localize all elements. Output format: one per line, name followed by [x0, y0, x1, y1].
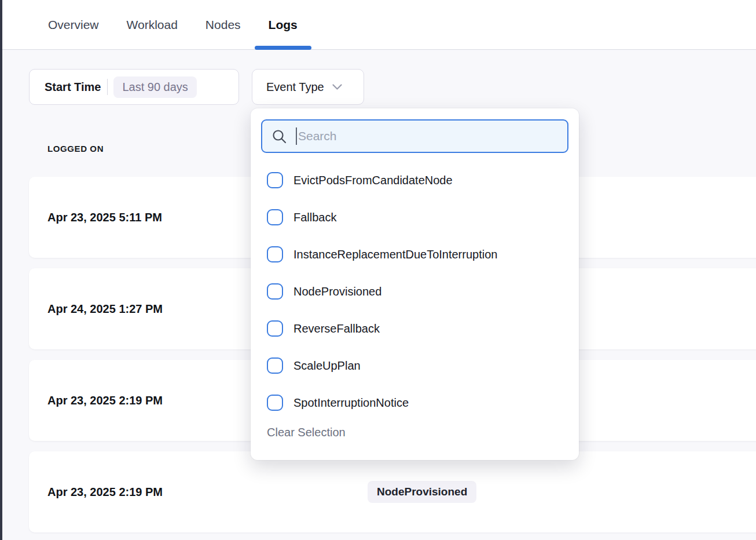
option-label: EvictPodsFromCandidateNode	[293, 174, 453, 187]
search-input[interactable]: Search	[261, 119, 568, 153]
option-label: NodeProvisioned	[293, 285, 381, 298]
checkbox-unchecked[interactable]	[267, 209, 283, 225]
active-tab-indicator	[255, 46, 311, 50]
tab-logs-label: Logs	[269, 18, 298, 32]
checkbox-unchecked[interactable]	[267, 357, 283, 374]
logged-on-value: Apr 23, 2025 2:19 PM	[47, 486, 163, 499]
option-label: InstanceReplacementDueToInterruption	[293, 248, 497, 261]
event-type-label: Event Type	[266, 81, 324, 94]
text-cursor	[296, 127, 297, 145]
search-icon	[271, 129, 287, 144]
event-type-badge: NodeProvisioned	[368, 481, 476, 503]
tab-workload[interactable]: Workload	[127, 0, 178, 49]
logged-on-value: Apr 23, 2025 5:11 PM	[47, 211, 162, 224]
tab-nodes[interactable]: Nodes	[205, 0, 241, 49]
table-row[interactable]: Apr 23, 2025 2:19 PM NodeProvisioned	[29, 451, 756, 532]
tab-overview[interactable]: Overview	[48, 0, 99, 49]
checkbox-unchecked[interactable]	[267, 395, 283, 411]
option-reversefallback[interactable]: ReverseFallback	[251, 310, 579, 347]
checkbox-unchecked[interactable]	[267, 172, 283, 188]
option-instancereplacementduetointerruption[interactable]: InstanceReplacementDueToInterruption	[251, 236, 579, 273]
checkbox-unchecked[interactable]	[267, 320, 283, 337]
option-fallback[interactable]: Fallback	[251, 199, 579, 236]
option-scaleupplan[interactable]: ScaleUpPlan	[251, 347, 579, 384]
event-type-dropdown: Search EvictPodsFromCandidateNode Fallba…	[251, 108, 579, 460]
chevron-down-icon	[332, 84, 342, 90]
event-type-option-list: EvictPodsFromCandidateNode Fallback Inst…	[251, 162, 579, 421]
option-label: SpotInterruptionNotice	[293, 396, 409, 410]
logs-page: Overview Workload Nodes Logs Start Time …	[0, 0, 756, 540]
option-spotinterruptionnotice[interactable]: SpotInterruptionNotice	[251, 384, 579, 421]
tab-bar: Overview Workload Nodes Logs	[0, 0, 756, 50]
column-header-logged-on: LOGGED ON	[47, 144, 104, 154]
window-left-edge	[0, 0, 2, 540]
option-nodeprovisioned[interactable]: NodeProvisioned	[251, 273, 579, 310]
filter-divider	[107, 79, 108, 95]
start-time-filter-button[interactable]: Start Time Last 90 days	[29, 69, 239, 105]
start-time-label: Start Time	[45, 81, 101, 94]
logged-on-value: Apr 23, 2025 2:19 PM	[47, 394, 163, 407]
start-time-value-chip: Last 90 days	[113, 76, 196, 98]
checkbox-unchecked[interactable]	[267, 246, 283, 262]
checkbox-unchecked[interactable]	[267, 283, 283, 300]
option-label: ScaleUpPlan	[293, 359, 361, 373]
tab-logs[interactable]: Logs	[269, 0, 298, 49]
option-label: ReverseFallback	[293, 322, 380, 335]
logged-on-value: Apr 24, 2025 1:27 PM	[47, 302, 163, 316]
option-label: Fallback	[293, 211, 336, 224]
search-placeholder: Search	[298, 129, 337, 143]
event-type-filter-button[interactable]: Event Type	[252, 69, 364, 105]
tab-list: Overview Workload Nodes Logs	[48, 0, 298, 49]
option-evictpodsfromcandidatenode[interactable]: EvictPodsFromCandidateNode	[251, 162, 579, 199]
clear-selection-button[interactable]: Clear Selection	[267, 426, 346, 439]
